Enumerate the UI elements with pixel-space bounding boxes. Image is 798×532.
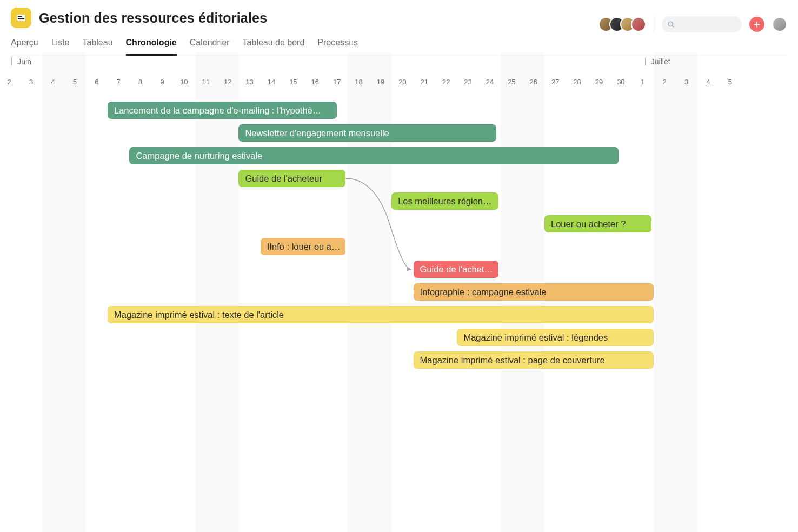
task-bar[interactable]: Magazine imprimé estival : page de couve… <box>414 351 654 369</box>
day-label: 19 <box>370 78 391 86</box>
task-bars: Lancement de la campagne d'e-mailing : l… <box>0 96 798 532</box>
day-label: 2 <box>654 78 675 86</box>
day-label: 21 <box>414 78 435 86</box>
plus-icon <box>753 21 761 28</box>
day-label: 10 <box>173 78 195 86</box>
day-label: 3 <box>20 78 42 86</box>
day-label: 5 <box>64 78 85 86</box>
task-bar[interactable]: IInfo : louer ou a… <box>261 238 346 255</box>
day-label: 2 <box>0 78 20 86</box>
page-title: Gestion des ressources éditoriales <box>39 10 267 26</box>
day-label: 17 <box>326 78 348 86</box>
task-bar[interactable]: Magazine imprimé estival : texte de l'ar… <box>108 306 654 323</box>
task-bar[interactable]: Infographie : campagne estivale <box>414 283 654 301</box>
day-label: 25 <box>501 78 522 86</box>
task-bar[interactable]: Les meilleures région… <box>391 192 498 210</box>
month-labels: JuinJuillet <box>0 57 798 68</box>
day-label: 14 <box>261 78 282 86</box>
day-label: 15 <box>282 78 304 86</box>
day-label: 20 <box>391 78 413 86</box>
day-label: 30 <box>610 78 631 86</box>
svg-line-1 <box>673 26 674 28</box>
day-label: 22 <box>435 78 457 86</box>
day-label: 28 <box>566 78 588 86</box>
project-icon[interactable] <box>11 8 31 28</box>
task-bar[interactable]: Newsletter d'engagement mensuelle <box>238 124 496 142</box>
day-label: 1 <box>632 78 654 86</box>
add-button[interactable] <box>749 17 764 32</box>
day-label: 13 <box>238 78 260 86</box>
search-input[interactable] <box>662 16 742 32</box>
day-label: 26 <box>523 78 544 86</box>
day-labels: 2345678910111213141516171819202122232425… <box>0 78 798 91</box>
task-bar[interactable]: Campagne de nurturing estivale <box>129 147 619 164</box>
day-label: 23 <box>457 78 478 86</box>
day-label: 5 <box>719 78 741 86</box>
month-label: Juin <box>11 57 31 66</box>
task-bar[interactable]: Magazine imprimé estival : légendes <box>457 329 654 346</box>
day-label: 4 <box>42 78 64 86</box>
user-avatar[interactable] <box>772 17 787 32</box>
list-icon <box>17 15 25 21</box>
timeline: JuinJuillet 2345678910111213141516171819… <box>0 52 798 532</box>
task-bar[interactable]: Louer ou acheter ? <box>544 215 651 232</box>
day-label: 7 <box>108 78 129 86</box>
day-label: 24 <box>479 78 501 86</box>
task-bar[interactable]: Lancement de la campagne d'e-mailing : l… <box>108 102 337 119</box>
day-label: 18 <box>348 78 369 86</box>
toolbar <box>598 16 787 32</box>
avatar[interactable] <box>631 17 646 32</box>
task-bar[interactable]: Guide de l'achet… <box>414 261 499 278</box>
month-label: Juillet <box>645 57 670 66</box>
separator <box>654 17 654 32</box>
day-label: 29 <box>588 78 610 86</box>
day-label: 16 <box>304 78 326 86</box>
day-label: 6 <box>86 78 108 86</box>
day-label: 8 <box>129 78 151 86</box>
search-icon <box>667 21 675 28</box>
day-label: 27 <box>544 78 566 86</box>
day-label: 12 <box>217 78 238 86</box>
day-label: 4 <box>697 78 719 86</box>
day-label: 11 <box>195 78 217 86</box>
member-avatars[interactable] <box>598 17 646 32</box>
task-bar[interactable]: Guide de l'acheteur <box>238 170 345 187</box>
day-label: 9 <box>151 78 173 86</box>
svg-point-0 <box>668 22 673 26</box>
day-label: 3 <box>675 78 697 86</box>
